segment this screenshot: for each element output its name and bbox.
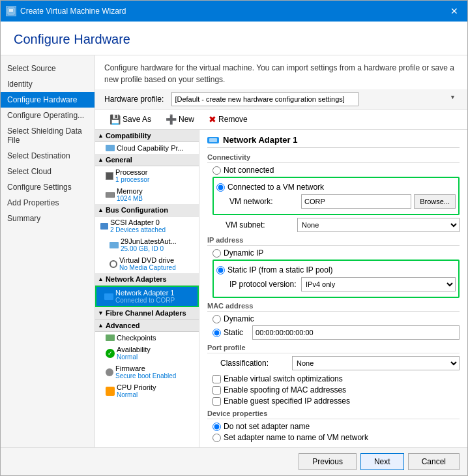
svg-rect-1	[9, 9, 13, 12]
dynamic-mac-radio[interactable]	[212, 315, 221, 323]
tree-item-cloud-capability[interactable]: Cloud Capability Pr...	[95, 142, 199, 154]
spoof-mac-row: Enable spoofing of MAC addresses	[212, 385, 460, 394]
fibre-arrow: ▼	[98, 310, 104, 316]
vm-subnet-select[interactable]: None	[297, 218, 460, 232]
close-button[interactable]: ✕	[446, 5, 462, 18]
guest-ip-checkbox[interactable]	[212, 397, 221, 406]
do-not-set-row: Do not set adapter name	[212, 422, 460, 431]
sidebar-item-configure-settings[interactable]: Configure Settings	[1, 179, 95, 195]
connectivity-radio-group: Not connected Connected to a VM network …	[212, 166, 460, 232]
sidebar-item-add-properties[interactable]: Add Properties	[1, 195, 95, 211]
connected-group-border: Connected to a VM network VM network: Br…	[212, 177, 460, 215]
device-properties-section-label: Device properties	[207, 409, 460, 419]
sidebar-item-configure-hardware[interactable]: Configure Hardware	[1, 92, 95, 108]
remove-icon: ✖	[209, 114, 216, 125]
classification-row: Classification: None	[220, 356, 460, 370]
section-compatibility[interactable]: ▲ Compatibility	[95, 130, 199, 142]
ip-radio-group: Dynamic IP Static IP (from a static IP p…	[212, 248, 460, 298]
body: Select Source Identity Configure Hardwar…	[1, 55, 467, 447]
save-as-button[interactable]: 💾 Save As	[104, 113, 156, 126]
not-connected-radio[interactable]	[212, 166, 221, 175]
section-network-adapters[interactable]: ▲ Network Adapters	[95, 273, 199, 286]
hd-icon	[110, 242, 119, 248]
mac-address-section-label: MAC address	[207, 302, 460, 312]
section-bus-configuration[interactable]: ▲ Bus Configuration	[95, 204, 199, 216]
remove-button[interactable]: ✖ Remove	[203, 113, 253, 126]
tree-item-firmware[interactable]: Firmware Secure boot Enabled	[95, 363, 199, 381]
dynamic-mac-label: Dynamic	[224, 314, 254, 323]
browse-button[interactable]: Browse...	[414, 194, 456, 209]
tree-item-network-adapter-1[interactable]: Network Adapter 1 Connected to CORP	[95, 286, 199, 307]
availability-label: Availability	[117, 346, 151, 353]
cloud-capability-label: Cloud Capability Pr...	[117, 144, 184, 152]
processor-label: Processor	[115, 168, 148, 176]
new-label: New	[179, 115, 194, 124]
set-name-radio[interactable]	[212, 434, 221, 442]
section-fibre-channel[interactable]: ▼ Fibre Channel Adapters	[95, 307, 199, 320]
static-ip-border: Static IP (from a static IP pool) IP pro…	[212, 260, 460, 298]
page-header: Configure Hardware	[1, 22, 467, 55]
sidebar-item-select-source[interactable]: Select Source	[1, 61, 95, 76]
cancel-button[interactable]: Cancel	[408, 453, 460, 470]
previous-button[interactable]: Previous	[299, 453, 357, 470]
sidebar-item-summary[interactable]: Summary	[1, 211, 95, 226]
classification-select[interactable]: None	[292, 356, 460, 370]
checkpoints-label: Checkpoints	[117, 334, 156, 342]
sidebar-item-select-shielding[interactable]: Select Shielding Data File	[1, 123, 95, 148]
tree-item-scsi[interactable]: SCSI Adapter 0 2 Devices attached	[95, 216, 199, 235]
advanced-arrow: ▲	[98, 322, 104, 329]
description: Configure hardware for the virtual machi…	[95, 55, 467, 89]
tree-item-checkpoints[interactable]: Checkpoints	[95, 332, 199, 344]
network-adapter-sub: Connected to CORP	[115, 297, 175, 304]
hd-label: 29JunLatestAut...	[121, 237, 177, 245]
dvd-icon	[110, 260, 117, 268]
virtual-switch-checkbox[interactable]	[212, 375, 221, 383]
device-properties-radio-group: Do not set adapter name Set adapter name…	[212, 422, 460, 442]
static-ip-label: Static IP (from a static IP pool)	[227, 265, 333, 275]
sidebar-item-select-cloud[interactable]: Select Cloud	[1, 164, 95, 179]
svg-rect-3	[209, 138, 217, 142]
connected-radio[interactable]	[216, 183, 225, 192]
section-general[interactable]: ▲ General	[95, 154, 199, 166]
window-title: Create Virtual Machine Wizard	[20, 7, 446, 16]
dynamic-ip-radio[interactable]	[212, 249, 221, 258]
tree-item-availability[interactable]: ✓ Availability Normal	[95, 344, 199, 363]
tree-item-dvd[interactable]: Virtual DVD drive No Media Captured	[95, 254, 199, 273]
do-not-set-radio[interactable]	[212, 423, 221, 431]
ip-protocol-select[interactable]: IPv4 only	[301, 277, 456, 291]
firmware-sub: Secure boot Enabled	[115, 372, 176, 379]
tree-item-hd[interactable]: 29JunLatestAut... 25.00 GB, ID 0	[95, 235, 199, 254]
cpu-priority-sub: Normal	[117, 391, 156, 398]
sidebar-item-configure-operating[interactable]: Configure Operating...	[1, 108, 95, 123]
availability-icon: ✓	[106, 349, 115, 358]
processor-icon	[106, 172, 113, 180]
hardware-profile-dropdown[interactable]: [Default - create new hardware configura…	[171, 92, 358, 106]
static-mac-label: Static	[224, 328, 243, 337]
detail-title: Network Adapter 1	[207, 135, 460, 148]
availability-sub: Normal	[117, 353, 151, 361]
spoof-mac-checkbox[interactable]	[212, 386, 221, 394]
new-button[interactable]: ➕ New	[160, 113, 199, 126]
vm-network-row: VM network: Browse...	[229, 194, 456, 209]
virtual-switch-label: Enable virtual switch optimizations	[224, 374, 343, 383]
vm-network-input[interactable]	[301, 194, 411, 209]
adapter-title-icon	[207, 136, 219, 145]
tree-item-processor[interactable]: Processor 1 processor	[95, 166, 199, 185]
page-title: Configure Hardware	[14, 32, 454, 47]
scsi-label: SCSI Adapter 0	[110, 218, 160, 226]
connectivity-section-label: Connectivity	[207, 153, 460, 163]
sidebar-item-select-destination[interactable]: Select Destination	[1, 148, 95, 164]
sidebar: Select Source Identity Configure Hardwar…	[1, 55, 95, 447]
tree-item-cpu-priority[interactable]: CPU Priority Normal	[95, 381, 199, 400]
classification-label: Classification:	[220, 359, 292, 368]
cpu-priority-label: CPU Priority	[117, 383, 156, 391]
tree-item-memory[interactable]: Memory 1024 MB	[95, 185, 199, 204]
footer: Previous Next Cancel	[1, 447, 467, 475]
static-ip-radio[interactable]	[216, 266, 225, 275]
action-bar: 💾 Save As ➕ New ✖ Remove	[95, 110, 467, 130]
next-button[interactable]: Next	[360, 453, 404, 470]
sidebar-item-identity[interactable]: Identity	[1, 76, 95, 92]
mac-address-input[interactable]	[252, 325, 460, 340]
section-advanced[interactable]: ▲ Advanced	[95, 320, 199, 332]
static-mac-radio[interactable]	[212, 329, 221, 337]
